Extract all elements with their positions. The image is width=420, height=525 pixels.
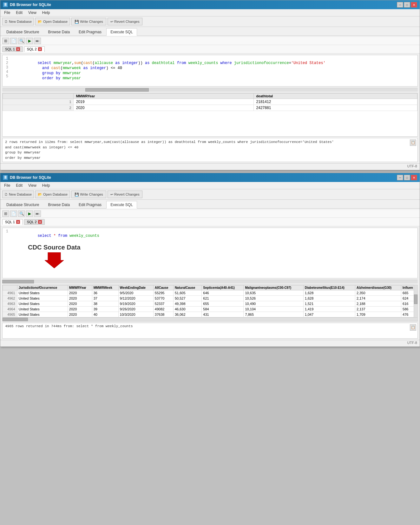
title-bar-left-1: 🗄 DB Browser for SQLite (3, 2, 51, 7)
run-btn-2[interactable]: ▶ (26, 211, 33, 217)
scroll-h-editor-1[interactable] (2, 88, 418, 92)
tab-edit-pragmas-1[interactable]: Edit Pragmas (75, 28, 106, 36)
revert-changes-btn-1[interactable]: ↩ Revert Changes (108, 18, 142, 25)
write-label-2: Write Changes (80, 192, 103, 196)
run-btn-1[interactable]: ▶ (26, 38, 33, 44)
scroll-v-thumb-2 (414, 295, 417, 304)
scroll-h-thumb-editor-2 (2, 280, 34, 283)
sql-tab-1-close-2[interactable]: ✕ (16, 220, 20, 224)
write-changes-btn-2[interactable]: 💾 Write Changes (71, 191, 106, 198)
az-4965: 1,709 (355, 312, 401, 317)
open-label-1: Open Database (43, 20, 68, 23)
sql-tab-2-close-2[interactable]: ✕ (38, 220, 42, 224)
sql-tabs-bar-2: SQL 1 ✕ SQL 2 ✕ (0, 218, 420, 226)
maximize-btn-2[interactable]: □ (404, 175, 410, 180)
sql-icon-b-2[interactable]: 📄 (10, 211, 17, 217)
sql-tab-1-2[interactable]: SQL 1 ✕ (2, 219, 23, 225)
stop-btn-1[interactable]: ⏭ (34, 38, 41, 44)
menu-file-1[interactable]: File (2, 10, 13, 16)
sql-tab-2-2[interactable]: SQL 2 ✕ (24, 219, 45, 225)
menu-help-2[interactable]: Help (40, 183, 53, 188)
code-lines-2: select * from weekly_counts (10, 229, 416, 234)
open-database-btn-1[interactable]: 📂 Open Database (35, 18, 70, 25)
sp-4962: 621 (202, 296, 244, 301)
sp-4963: 655 (202, 301, 244, 307)
tab-browse-data-2[interactable]: Browse Data (44, 201, 74, 208)
yr-4961: 2020 (68, 290, 92, 296)
close-btn-1[interactable]: ✕ (411, 2, 417, 8)
menu-help-1[interactable]: Help (40, 10, 53, 16)
tab-db-structure-1[interactable]: Database Structure (2, 28, 43, 36)
az-4963: 2,188 (355, 301, 401, 307)
col-jurisdiction-2: JurisdictionofOccurrence (17, 285, 68, 290)
minimize-btn-1[interactable]: ─ (397, 2, 403, 8)
sql-editor-2[interactable]: 1 select * from weekly_counts CDC Source… (2, 228, 418, 278)
new-database-btn-1[interactable]: 🗋 New Database (2, 18, 34, 25)
jur-4963: United States (17, 301, 68, 307)
menu-edit-2[interactable]: Edit (13, 183, 25, 188)
wk-4965: 40 (92, 312, 118, 317)
sp-4965: 431 (202, 312, 244, 317)
tabs-bar-2: Database Structure Browse Data Edit Prag… (0, 200, 420, 209)
scroll-v-results-2[interactable] (414, 285, 417, 321)
sql-icon-a-1[interactable]: ⊞ (2, 38, 9, 44)
col-malig-2: Malignantneoplasms(C00-C97) (244, 285, 303, 290)
status-bar-1: 2 rows returned in 112ms from: select mm… (2, 138, 418, 162)
sql-tab-2-close-1[interactable]: ✕ (38, 47, 42, 51)
menu-view-2[interactable]: View (26, 183, 39, 188)
write-changes-btn-1[interactable]: 💾 Write Changes (71, 18, 106, 25)
copy-status-btn-1[interactable]: 📋 (410, 139, 416, 146)
sql-tab-2-1[interactable]: SQL 2 ✕ (24, 46, 45, 52)
close-btn-2[interactable]: ✕ (411, 175, 417, 180)
new-database-btn-2[interactable]: 🗋 New Database (2, 191, 34, 198)
line-numbers-2: 1 (4, 229, 10, 234)
stop-btn-2[interactable]: ⏭ (34, 211, 41, 217)
minimize-btn-2[interactable]: ─ (397, 175, 403, 180)
revert-icon-1: ↩ (110, 20, 113, 24)
menu-view-1[interactable]: View (26, 10, 39, 16)
sql-icon-c-2[interactable]: 🔍 (18, 211, 25, 217)
open-database-btn-2[interactable]: 📂 Open Database (35, 191, 70, 198)
copy-status-btn-2[interactable]: 📋 (410, 324, 416, 331)
toolbar-2: 🗋 New Database 📂 Open Database 💾 Write C… (0, 189, 420, 200)
window-title-2: DB Browser for SQLite (10, 175, 51, 180)
tab-execute-sql-2[interactable]: Execute SQL (106, 201, 137, 209)
row-4963: 4963 United States 2020 38 9/19/2020 523… (3, 301, 417, 307)
dt-4961: 9/5/2020 (118, 290, 153, 296)
scroll-h-results-2[interactable] (3, 317, 417, 321)
scroll-h-editor-2[interactable] (2, 280, 418, 283)
db-4962: 1,628 (303, 296, 355, 301)
menu-file-2[interactable]: File (2, 183, 13, 188)
sql-icon-c-1[interactable]: 🔍 (18, 38, 25, 44)
sql-tab-1-1[interactable]: SQL 1 ✕ (2, 46, 23, 52)
status-text-2: 4965 rows returned in 744ms from: select… (5, 324, 415, 328)
toolbar-1: 🗋 New Database 📂 Open Database 💾 Write C… (0, 16, 420, 27)
ml-4965: 7,865 (244, 312, 303, 317)
revert-changes-btn-2[interactable]: ↩ Revert Changes (108, 191, 142, 198)
tab-edit-pragmas-2[interactable]: Edit Pragmas (75, 201, 106, 208)
sql-tab-1-close-1[interactable]: ✕ (16, 47, 20, 51)
sql-icon-a-2[interactable]: ⊞ (2, 211, 9, 217)
status-text-1: 2 rows returned in 112ms from: select mm… (5, 139, 415, 160)
sql-icon-b-1[interactable]: 📄 (10, 38, 17, 44)
col-mmwrweek-2: MMWRWeek (92, 285, 118, 290)
col-natural-2: NaturalCause (173, 285, 201, 290)
menu-edit-1[interactable]: Edit (13, 10, 25, 16)
cdc-annotation: CDC Source Data (28, 244, 81, 269)
tabs-bar-1: Database Structure Browse Data Edit Prag… (0, 27, 420, 36)
yr-4962: 2020 (68, 296, 92, 301)
maximize-btn-1[interactable]: □ (404, 2, 410, 8)
new-db-icon-2: 🗋 (4, 192, 8, 196)
az-4961: 2,350 (355, 290, 401, 296)
tab-browse-data-1[interactable]: Browse Data (44, 28, 74, 36)
open-label-2: Open Database (43, 192, 68, 196)
col-allcause-2: AllCause (153, 285, 173, 290)
window-1: 🗄 DB Browser for SQLite ─ □ ✕ File Edit … (0, 0, 420, 170)
result-year-2-1: 2020 (73, 105, 253, 111)
sql-editor-1[interactable]: 12345 select mmwryear,sum(cast(allcause … (2, 55, 418, 87)
line-numbers-1: 12345 (4, 56, 10, 82)
utf-bar-1: UTF-8 (0, 163, 420, 169)
tab-db-structure-2[interactable]: Database Structure (2, 201, 43, 208)
tab-execute-sql-1[interactable]: Execute SQL (106, 28, 137, 36)
cdc-label: CDC Source Data (28, 244, 81, 251)
